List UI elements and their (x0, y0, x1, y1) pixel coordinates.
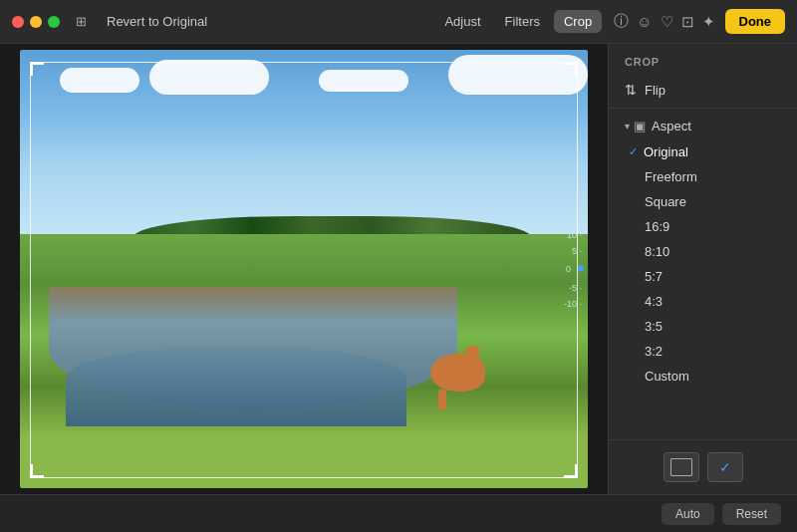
rotation-ruler: 10 · 5 · 0 -5 · -10 · (564, 227, 584, 312)
aspect-freeform-label: Freeform (645, 169, 697, 184)
ruler-label-5: 5 · (572, 243, 584, 259)
grid-view-icon[interactable]: ⊞ (72, 12, 91, 31)
ruler-label-10: 10 · (567, 227, 584, 243)
ruler-center-indicator (578, 266, 584, 272)
aspect-5-7-label: 5:7 (645, 269, 663, 284)
auto-button[interactable]: Auto (662, 503, 714, 525)
ruler-label-0: 0 (566, 261, 573, 277)
aspect-item-4-3[interactable]: 4:3 (609, 289, 797, 314)
aspect-8-10-label: 8:10 (645, 244, 669, 259)
aspect-16-9-label: 16:9 (645, 219, 669, 234)
flip-item[interactable]: ⇅ Flip (609, 76, 797, 104)
crop-preset-inner-icon (670, 458, 692, 476)
minimize-button[interactable] (30, 16, 42, 28)
titlebar: ⊞ Revert to Original Adjust Filters Crop… (0, 0, 797, 44)
right-panel: CROP ⇅ Flip ▾ ▣ Aspect ✓ Original Freefo… (608, 44, 797, 494)
cloud-4 (448, 55, 588, 95)
crop-icon[interactable]: ⊡ (681, 13, 694, 31)
toolbar-icons: ⓘ ☺ ♡ ⊡ ✦ (614, 12, 714, 31)
confirm-checkmark-icon: ✓ (719, 459, 731, 475)
cloud-1 (60, 68, 139, 93)
checkmark-icon: ✓ (629, 145, 638, 158)
tab-filters[interactable]: Filters (495, 10, 550, 33)
cow-single (430, 354, 485, 392)
tab-crop[interactable]: Crop (554, 10, 602, 33)
footer: Auto Reset (0, 494, 797, 532)
heart-icon[interactable]: ♡ (661, 13, 673, 31)
aspect-original-label: Original (644, 144, 688, 159)
revert-button[interactable]: Revert to Original (107, 14, 207, 29)
tab-adjust[interactable]: Adjust (434, 10, 490, 33)
view-controls: ⊞ (72, 12, 91, 31)
water-layer (66, 348, 406, 426)
nav-tabs: Adjust Filters Crop (434, 10, 602, 33)
aspect-header[interactable]: ▾ ▣ Aspect (609, 113, 797, 139)
photo-canvas[interactable] (20, 50, 588, 488)
aspect-item-5-7[interactable]: 5:7 (609, 264, 797, 289)
flip-label: Flip (645, 83, 665, 98)
magic-icon[interactable]: ✦ (702, 13, 715, 31)
aspect-chevron-icon: ▾ (625, 121, 630, 132)
aspect-3-2-label: 3:2 (645, 344, 663, 359)
aspect-item-original[interactable]: ✓ Original (609, 139, 797, 164)
done-button[interactable]: Done (725, 9, 786, 34)
ruler-label-neg5: -5 · (569, 279, 584, 295)
aspect-item-freeform[interactable]: Freeform (609, 164, 797, 189)
panel-bottom-controls: ✓ (609, 439, 797, 494)
photo-wrapper: 10 · 5 · 0 -5 · -10 · (20, 50, 588, 488)
aspect-icon: ▣ (634, 119, 646, 133)
traffic-lights (12, 16, 60, 28)
cloud-2 (149, 60, 269, 95)
aspect-item-3-5[interactable]: 3:5 (609, 314, 797, 339)
confirm-crop-button[interactable]: ✓ (707, 452, 743, 482)
ruler-label-neg10: -10 · (564, 295, 584, 311)
aspect-label: Aspect (652, 119, 691, 133)
aspect-item-8-10[interactable]: 8:10 (609, 239, 797, 264)
close-button[interactable] (12, 16, 24, 28)
aspect-item-square[interactable]: Square (609, 189, 797, 214)
photo-area: 10 · 5 · 0 -5 · -10 · (0, 44, 608, 494)
flip-icon: ⇅ (625, 82, 637, 98)
aspect-item-16-9[interactable]: 16:9 (609, 214, 797, 239)
crop-preset-button[interactable] (664, 452, 699, 482)
divider-1 (609, 108, 797, 109)
aspect-item-custom[interactable]: Custom (609, 364, 797, 389)
aspect-square-label: Square (645, 194, 686, 209)
aspect-3-5-label: 3:5 (645, 319, 663, 334)
crop-section-title: CROP (609, 44, 797, 76)
info-icon[interactable]: ⓘ (614, 12, 629, 31)
aspect-4-3-label: 4:3 (645, 294, 663, 309)
reset-button[interactable]: Reset (722, 503, 781, 525)
aspect-item-3-2[interactable]: 3:2 (609, 339, 797, 364)
aspect-custom-label: Custom (645, 369, 689, 384)
main-content: 10 · 5 · 0 -5 · -10 · CROP ⇅ Flip ▾ ▣ As… (0, 44, 797, 494)
cloud-3 (319, 70, 408, 92)
maximize-button[interactable] (48, 16, 60, 28)
emoji-icon[interactable]: ☺ (637, 13, 652, 30)
